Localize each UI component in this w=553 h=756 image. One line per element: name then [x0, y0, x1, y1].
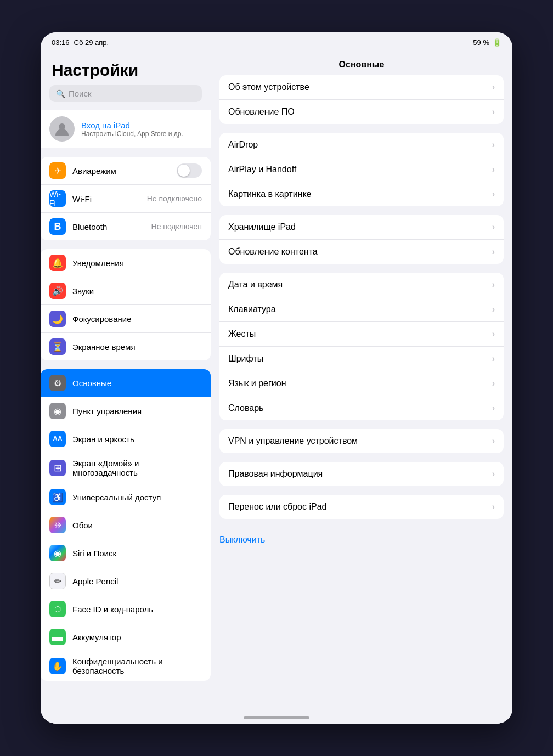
dictionary-label: Словарь	[228, 403, 492, 413]
settings-row-airplay[interactable]: AirPlay и Handoff ›	[219, 157, 504, 182]
sidebar-item-faceid[interactable]: ⬡ Face ID и код-пароль	[41, 595, 211, 623]
battery: 59 %	[473, 38, 489, 47]
settings-row-storage[interactable]: Хранилище iPad ›	[219, 215, 504, 240]
sidebar-item-pencil[interactable]: ✏ Apple Pencil	[41, 567, 211, 595]
shutdown-button[interactable]: Выключить	[211, 528, 512, 552]
general-label: Основные	[72, 379, 202, 388]
person-icon	[54, 121, 70, 137]
status-bar: 03:16 Сб 29 апр. 59 % 🔋	[41, 32, 512, 52]
sidebar-item-wallpaper[interactable]: ❊ Обои	[41, 511, 211, 539]
sidebar-item-airplane[interactable]: ✈ Авиарежим	[41, 157, 211, 185]
sidebar-item-accessibility[interactable]: ♿ Универсальный доступ	[41, 483, 211, 511]
settings-row-gestures[interactable]: Жесты ›	[219, 322, 504, 347]
settings-row-about[interactable]: Об этом устройстве ›	[219, 75, 504, 100]
sidebar: Настройки 🔍 Поиск Вход на iPad Настроить…	[41, 52, 211, 724]
settings-row-bgrefresh[interactable]: Обновление контента ›	[219, 240, 504, 264]
sidebar-item-display[interactable]: AA Экран и яркость	[41, 425, 211, 453]
sidebar-item-sounds[interactable]: 🔊 Звуки	[41, 277, 211, 305]
sidebar-item-screentime[interactable]: ⏳ Экранное время	[41, 333, 211, 360]
airplay-label: AirPlay и Handoff	[228, 165, 492, 174]
language-chevron: ›	[492, 379, 495, 388]
bluetooth-label: Bluetooth	[72, 222, 145, 232]
sidebar-item-notifications[interactable]: 🔔 Уведомления	[41, 249, 211, 277]
gestures-chevron: ›	[492, 329, 495, 339]
settings-row-vpn[interactable]: VPN и управление устройством ›	[219, 429, 504, 453]
sidebar-item-siri[interactable]: ◉ Siri и Поиск	[41, 539, 211, 567]
about-label: Об этом устройстве	[228, 82, 492, 92]
settings-row-transfer[interactable]: Перенос или сброс iPad ›	[219, 495, 504, 519]
accessibility-icon: ♿	[49, 489, 66, 505]
display-label: Экран и яркость	[72, 435, 202, 444]
sidebar-item-general[interactable]: ⚙ Основные	[41, 369, 211, 397]
wifi-label: Wi-Fi	[72, 194, 140, 204]
settings-row-language[interactable]: Язык и регион ›	[219, 371, 504, 396]
update-chevron: ›	[492, 107, 495, 117]
battery-icon: 🔋	[493, 38, 501, 47]
notifications-label: Уведомления	[72, 258, 202, 268]
settings-row-pip[interactable]: Картинка в картинке ›	[219, 182, 504, 206]
shutdown-section: Выключить	[211, 528, 512, 552]
general-icon: ⚙	[49, 375, 66, 391]
pencil-label: Apple Pencil	[72, 577, 202, 586]
storage-chevron: ›	[492, 222, 495, 232]
icloud-subtitle: Настроить iCloud, App Store и др.	[81, 130, 183, 138]
gestures-label: Жесты	[228, 329, 492, 339]
wallpaper-icon: ❊	[49, 517, 66, 533]
fonts-chevron: ›	[492, 354, 495, 364]
wifi-icon: Wi-Fi	[49, 190, 66, 207]
search-placeholder: Поиск	[69, 89, 92, 98]
language-label: Язык и регион	[228, 379, 492, 388]
home-icon: ⊞	[49, 460, 66, 476]
settings-group-legal: Правовая информация ›	[219, 462, 504, 486]
pencil-icon: ✏	[49, 573, 66, 589]
focus-label: Фокусирование	[72, 314, 202, 324]
pip-label: Картинка в картинке	[228, 189, 492, 199]
settings-row-fonts[interactable]: Шрифты ›	[219, 347, 504, 371]
sidebar-item-privacy[interactable]: ✋ Конфиденциальность и безопасность	[41, 651, 211, 681]
sidebar-item-control[interactable]: ◉ Пункт управления	[41, 397, 211, 425]
wallpaper-label: Обои	[72, 521, 202, 530]
icloud-section[interactable]: Вход на iPad Настроить iCloud, App Store…	[41, 110, 211, 148]
privacy-label: Конфиденциальность и безопасность	[72, 657, 202, 675]
settings-row-update[interactable]: Обновление ПО ›	[219, 100, 504, 124]
fonts-label: Шрифты	[228, 354, 492, 364]
airdrop-label: AirDrop	[228, 140, 492, 150]
sounds-icon: 🔊	[49, 283, 66, 299]
settings-group-airdrop: AirDrop › AirPlay и Handoff › Картинка в…	[219, 133, 504, 206]
privacy-icon: ✋	[49, 658, 66, 674]
airplane-label: Авиарежим	[72, 166, 170, 176]
settings-row-keyboard[interactable]: Клавиатура ›	[219, 297, 504, 322]
bluetooth-value: Не подключен	[151, 222, 202, 231]
status-left: 03:16 Сб 29 апр.	[52, 38, 109, 47]
settings-row-legal[interactable]: Правовая информация ›	[219, 462, 504, 486]
sidebar-item-focus[interactable]: 🌙 Фокусирование	[41, 305, 211, 333]
screentime-icon: ⏳	[49, 338, 66, 355]
sidebar-item-home[interactable]: ⊞ Экран «Домой» и многозадачность	[41, 453, 211, 483]
airplane-toggle[interactable]	[177, 163, 202, 178]
search-bar[interactable]: 🔍 Поиск	[49, 85, 202, 102]
storage-label: Хранилище iPad	[228, 222, 492, 232]
datetime-label: Дата и время	[228, 280, 492, 290]
settings-row-datetime[interactable]: Дата и время ›	[219, 273, 504, 297]
vpn-chevron: ›	[492, 436, 495, 446]
dictionary-chevron: ›	[492, 403, 495, 413]
sounds-label: Звуки	[72, 286, 202, 296]
sidebar-item-bluetooth[interactable]: B Bluetooth Не подключен	[41, 213, 211, 240]
content-area: Настройки 🔍 Поиск Вход на iPad Настроить…	[41, 52, 512, 724]
about-chevron: ›	[492, 82, 495, 92]
transfer-label: Перенос или сброс iPad	[228, 502, 492, 512]
icloud-text: Вход на iPad Настроить iCloud, App Store…	[81, 121, 183, 138]
wifi-value: Не подключено	[147, 194, 202, 203]
siri-label: Siri и Поиск	[72, 549, 202, 558]
focus-icon: 🌙	[49, 311, 66, 327]
display-icon: AA	[49, 431, 66, 447]
home-label: Экран «Домой» и многозадачность	[72, 459, 202, 477]
sidebar-item-battery[interactable]: ▬ Аккумулятор	[41, 623, 211, 651]
main-header: Основные	[211, 52, 512, 75]
settings-row-dictionary[interactable]: Словарь ›	[219, 396, 504, 420]
airdrop-chevron: ›	[492, 140, 495, 150]
screentime-label: Экранное время	[72, 342, 202, 352]
sidebar-item-wifi[interactable]: Wi-Fi Wi-Fi Не подключено	[41, 185, 211, 213]
settings-row-airdrop[interactable]: AirDrop ›	[219, 133, 504, 157]
bgrefresh-chevron: ›	[492, 247, 495, 257]
